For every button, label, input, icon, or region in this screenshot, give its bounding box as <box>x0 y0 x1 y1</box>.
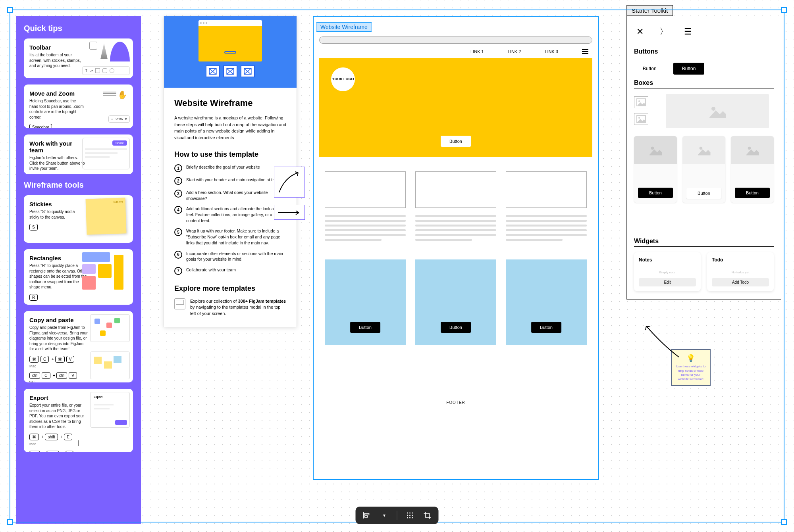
frame-label[interactable]: Website Wireframe <box>316 22 372 32</box>
share-button-mock: Share <box>112 140 127 146</box>
tip-team-body: FigJam's better with others. Click the S… <box>29 155 85 171</box>
note-arrow <box>639 321 687 369</box>
tip-team-illustration: Share <box>82 138 130 171</box>
step-3: 3Add a hero section. What does your webs… <box>174 190 286 201</box>
doc-explore-title: Explore more templates <box>174 284 286 293</box>
small-image-box-2[interactable] <box>634 113 648 125</box>
starter-toolkit-frame[interactable]: Starter Toolkit ✕ 〉 ☰ Buttons Button But… <box>626 16 781 300</box>
chevron-down-icon[interactable]: ▾ <box>380 511 389 520</box>
widget-todo[interactable]: Todo No todos yet Add Todo <box>707 252 774 291</box>
svg-point-8 <box>651 147 654 150</box>
card1-button[interactable]: Button <box>350 322 380 333</box>
widget-notes[interactable]: Notes Empty note Edit <box>634 252 701 291</box>
arrow-box-2[interactable] <box>274 205 305 220</box>
card2-button[interactable]: Button <box>441 322 471 333</box>
website-wireframe-frame[interactable]: Website Wireframe LINK 1 LINK 2 LINK 3 Y… <box>313 16 599 480</box>
hamburger-icon[interactable]: ☰ <box>684 27 692 37</box>
tidy-up-icon[interactable] <box>405 511 415 520</box>
templates-icon <box>174 298 185 309</box>
step-number: 2 <box>174 177 182 185</box>
align-left-icon[interactable] <box>362 511 372 520</box>
copypaste-body: Copy and paste from FigJam to Figma and … <box>29 325 89 352</box>
export-body: Export your entire file, or your selecti… <box>29 403 89 430</box>
arrow-box-1[interactable] <box>274 167 305 198</box>
card3-button[interactable]: Button <box>531 322 561 333</box>
logo-placeholder: YOUR LOGO <box>331 67 355 91</box>
col1-image <box>325 171 406 208</box>
tool-card-stickies[interactable]: Stickies Press "S" to quickly add a stic… <box>24 195 133 243</box>
col2-image <box>415 171 496 208</box>
doc-howto-title: How to use this template <box>174 150 286 159</box>
svg-point-7 <box>711 107 715 111</box>
nav-link-3[interactable]: LINK 3 <box>545 49 558 54</box>
col3-image <box>506 171 587 208</box>
step-7: 7Collaborate with your team <box>174 267 286 275</box>
svg-point-19 <box>412 517 413 519</box>
copypaste-illustration <box>86 314 130 379</box>
toolkit-card-3[interactable]: Button <box>731 136 774 203</box>
export-keys-mac: ⌘ + shift + E Mac <box>29 434 74 446</box>
stickies-key: S <box>29 224 38 230</box>
svg-point-13 <box>412 513 413 514</box>
toolkit-card1-button[interactable]: Button <box>638 188 673 198</box>
nav-link-1[interactable]: LINK 1 <box>470 49 484 54</box>
small-image-box-1[interactable] <box>634 96 648 108</box>
step-number: 6 <box>174 251 182 259</box>
hero-button[interactable]: Button <box>441 136 471 147</box>
tip-move-body: Holding Spacebar, use the hand tool to p… <box>29 98 85 120</box>
tool-card-copy-paste[interactable]: Copy and paste Copy and paste from FigJa… <box>24 311 133 382</box>
svg-point-4 <box>638 100 640 102</box>
nav-link-2[interactable]: LINK 2 <box>508 49 521 54</box>
doc-intro: A website wireframe is a mockup of a web… <box>174 115 286 141</box>
doc-title: Website Wireframe <box>174 98 286 108</box>
toolkit-card-2[interactable]: Button <box>682 136 725 203</box>
svg-point-15 <box>409 515 410 516</box>
divider <box>397 511 397 520</box>
selection-handle-tl[interactable] <box>7 7 13 13</box>
rectangles-illustration <box>82 252 130 302</box>
selection-handle-br[interactable] <box>781 519 787 525</box>
export-keys-win: ctrl + shift + E Win <box>29 451 75 453</box>
step-number: 4 <box>174 206 182 214</box>
step-number: 5 <box>174 228 182 236</box>
arrow-annotations <box>274 167 305 220</box>
step-text: Add a hero section. What does your websi… <box>186 190 286 201</box>
tip-move-illustration: ✋ −25%▾ <box>82 88 130 125</box>
tip-card-move-zoom[interactable]: Move and Zoom Holding Spacebar, use the … <box>24 85 133 128</box>
selection-handle-bl[interactable] <box>7 519 13 525</box>
card-2: Button <box>415 259 496 345</box>
export-illustration: Export <box>86 392 130 449</box>
tip-card-team[interactable]: Work with your team FigJam's better with… <box>24 134 133 174</box>
selection-toolbar[interactable]: ▾ <box>356 507 439 524</box>
big-image-box[interactable] <box>666 94 769 128</box>
step-1: 1Briefly describe the goal of your websi… <box>174 164 286 172</box>
toolkit-card3-button[interactable]: Button <box>735 188 770 198</box>
toolkit-buttons-heading: Buttons <box>634 48 774 57</box>
stickies-body: Press "S" to quickly add a sticky to the… <box>29 209 85 220</box>
widget-todo-placeholder: No todos yet <box>712 271 769 274</box>
toolkit-card-1[interactable]: Button <box>634 136 677 203</box>
wireframe-tools-title: Wireframe tools <box>24 181 133 190</box>
svg-point-14 <box>407 515 408 516</box>
toolkit-button-light[interactable]: Button <box>634 63 665 75</box>
widget-todo-action[interactable]: Add Todo <box>712 278 769 286</box>
toolkit-button-dark[interactable]: Button <box>673 63 705 75</box>
tool-card-rectangles[interactable]: Rectangles Press "R" to quickly place a … <box>24 249 133 305</box>
step-number: 1 <box>174 164 182 172</box>
selection-handle-tr[interactable] <box>781 7 787 13</box>
tip-card-toolbar[interactable]: Toolbar It's at the bottom of your scree… <box>24 38 133 78</box>
widget-notes-placeholder: Empty note <box>639 271 696 274</box>
toolkit-card2-button[interactable]: Button <box>686 188 721 199</box>
tool-card-export[interactable]: Export Export your entire file, or your … <box>24 389 133 452</box>
toolkit-label[interactable]: Starter Toolkit <box>626 5 673 16</box>
wireframe-3col-row <box>325 171 587 244</box>
chevron-right-icon[interactable]: 〉 <box>659 26 668 38</box>
close-icon[interactable]: ✕ <box>636 27 644 37</box>
wireframe-footer: FOOTER <box>314 400 598 405</box>
instructions-hero <box>164 16 297 88</box>
quick-tips-title: Quick tips <box>24 24 133 33</box>
widget-notes-action[interactable]: Edit <box>639 278 696 286</box>
crop-icon[interactable] <box>423 511 432 520</box>
quick-tips-panel: Quick tips Toolbar It's at the bottom of… <box>16 16 141 524</box>
hamburger-icon[interactable] <box>582 49 588 54</box>
